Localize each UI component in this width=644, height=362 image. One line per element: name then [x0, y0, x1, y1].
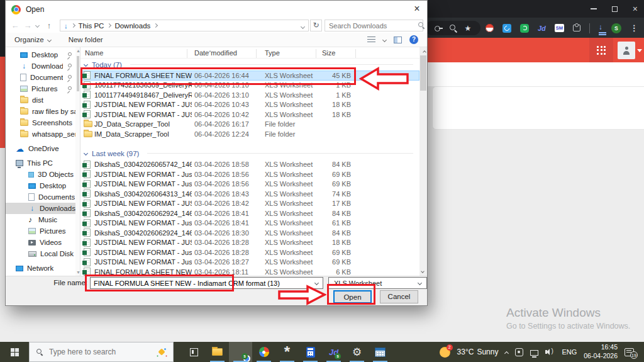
sidebar-scrollbar[interactable]: ▲▼ [75, 47, 80, 276]
taskbar-chrome[interactable]: s [229, 342, 252, 362]
sidebar-item-3d-objects[interactable]: 3D Objects [6, 169, 75, 180]
download-icon[interactable]: ↓ [599, 23, 602, 33]
file-row[interactable]: DikshaS_03042026062924_1462059 03-04-202… [80, 228, 419, 238]
file-row[interactable]: JD_Data_Scrapper_Tool 06-04-2026 16:17 F… [80, 120, 419, 130]
profile-icon[interactable]: S [611, 23, 621, 33]
column-date-modified[interactable]: Date modified [194, 49, 237, 57]
extension-red-icon[interactable] [486, 24, 494, 32]
zoom-icon[interactable] [450, 25, 457, 32]
taskbar-search[interactable] [29, 342, 174, 362]
minimize-icon[interactable] [591, 8, 597, 9]
sidebar-item-videos[interactable]: Videos [6, 237, 75, 248]
file-row[interactable]: JUSTDIAL NEW FORMAT - JUSTDI... 03-04-20… [80, 238, 419, 248]
sidebar-item-raw-files-by-sanj[interactable]: raw files by sanj [6, 106, 75, 117]
file-row[interactable]: JUSTDIAL NEW FORMAT - JUSTDI... 03-04-20… [80, 199, 419, 209]
search-box[interactable] [325, 20, 423, 31]
taskbar-task-view[interactable] [182, 342, 206, 362]
taskbar-excel[interactable] [369, 342, 392, 362]
maximize-icon[interactable] [612, 6, 618, 12]
file-row[interactable]: JUSTDIAL NEW FORMAT - Justdial... 03-04-… [80, 247, 419, 257]
sidebar-item-local-disk-c[interactable]: Local Disk (C:) [6, 248, 75, 259]
chat-icon[interactable] [520, 24, 529, 33]
taskbar-search-input[interactable] [49, 348, 152, 356]
file-list-scrollbar[interactable] [419, 47, 427, 276]
search-input[interactable] [329, 22, 418, 30]
sidebar-item-downloads[interactable]: Downloads [6, 203, 75, 214]
sidebar-item-pictures[interactable]: Pictures [6, 225, 75, 237]
password-key-icon[interactable] [435, 24, 443, 32]
view-list-icon[interactable] [367, 37, 375, 43]
file-row[interactable]: JUSTDIAL NEW FORMAT - Justdial... 03-04-… [80, 257, 419, 268]
breadcrumb-downloads[interactable]: Downloads [114, 22, 150, 30]
sidebar-item-whatsapp-sende[interactable]: whatsapp_sende [6, 128, 75, 140]
taskbar-calculator[interactable] [299, 342, 322, 362]
taskbar-settings[interactable]: ⚙ [345, 342, 369, 362]
volume-icon[interactable]: ) [545, 348, 555, 356]
column-size[interactable]: Size [322, 49, 335, 57]
dialog-close-icon[interactable]: × [407, 1, 427, 18]
bookmark-star-icon[interactable]: ★ [465, 25, 472, 32]
avatar-caret-icon[interactable] [637, 49, 642, 52]
tray-overflow-icon[interactable] [505, 346, 508, 358]
weather-icon[interactable]: 2 [440, 347, 450, 358]
justdial-icon[interactable]: Jd [538, 25, 546, 32]
weather-text[interactable]: 33°C Sunny [457, 348, 499, 356]
column-type[interactable]: Type [265, 49, 280, 57]
taskbar-chatgpt[interactable]: * [275, 342, 299, 362]
notification-icon[interactable]: 19 [625, 348, 634, 356]
up-icon[interactable]: ↑ [43, 18, 55, 33]
copilot-spark-icon[interactable] [158, 349, 165, 356]
cancel-button[interactable]: Cancel [380, 290, 418, 303]
menu-icon[interactable]: ⋮ [630, 23, 638, 33]
sidebar-item-this-pc[interactable]: This PC [6, 157, 75, 169]
dialog-titlebar[interactable]: Open × [6, 1, 427, 18]
sidebar-item-onedrive[interactable]: OneDrive [6, 143, 75, 154]
breadcrumb[interactable]: ↓ This PC Downloads [60, 20, 309, 31]
file-row[interactable]: JUSTDIAL NEW FORMAT - Justdial... 03-04-… [80, 218, 419, 229]
network-icon[interactable] [530, 350, 538, 356]
sidebar-item-desktop[interactable]: Desktop [6, 180, 75, 191]
address-dropdown-icon[interactable] [301, 22, 304, 30]
close-icon[interactable]: × [633, 4, 638, 13]
language-indicator[interactable]: ENG [562, 348, 577, 356]
organize-button[interactable]: Organize [14, 36, 51, 43]
sidebar-item-documents[interactable]: Documents [6, 72, 75, 83]
taskbar-justdial[interactable]: Jds [322, 342, 345, 362]
back-icon[interactable]: ← [9, 18, 21, 33]
file-row[interactable]: JUSTDIAL NEW FORMAT - Justdial... 03-04-… [80, 169, 419, 179]
file-row[interactable]: JUSTDIAL NEW FORMAT - JUSTDI... 06-04-20… [80, 100, 419, 110]
sidebar-item-pictures[interactable]: Pictures [6, 83, 75, 94]
breadcrumb-this-pc[interactable]: This PC [79, 22, 104, 30]
call-icon[interactable] [502, 24, 511, 33]
taskbar-file-explorer[interactable] [206, 342, 229, 362]
group-header-last-week-97[interactable]: Last week (97) [80, 139, 419, 160]
recent-locations-icon[interactable] [33, 18, 41, 33]
file-row[interactable]: DikshaS_03042026064313_1462136 03-04-202… [80, 189, 419, 199]
new-folder-button[interactable]: New folder [69, 36, 103, 43]
extensions-puzzle-icon[interactable] [573, 25, 580, 31]
sidebar-item-downloads[interactable]: Downloads [6, 60, 75, 72]
preview-pane-icon[interactable] [394, 37, 402, 43]
start-button[interactable] [0, 342, 29, 362]
avatar[interactable] [618, 42, 635, 59]
sidebar-item-desktop[interactable]: Desktop [6, 49, 75, 60]
view-dropdown-icon[interactable] [382, 37, 387, 42]
app-grid-slot[interactable] [589, 38, 613, 62]
help-icon[interactable]: ? [409, 35, 418, 44]
taskbar-photos[interactable] [252, 342, 275, 362]
teams-icon[interactable] [515, 348, 523, 356]
clock[interactable]: 16:45 06-04-2026 [584, 343, 618, 360]
sidebar-item-music[interactable]: Music [6, 214, 75, 225]
file-row[interactable]: DikshaS_03042026062924_1462059 ... 03-04… [80, 208, 419, 218]
forward-icon[interactable]: → [22, 18, 33, 33]
sidebar-item-dist[interactable]: dist [6, 94, 75, 106]
column-name[interactable]: Name [85, 49, 103, 57]
file-row[interactable]: JUSTDIAL NEW FORMAT - Justdial... 03-04-… [80, 179, 419, 189]
sidebar-item-screenshots[interactable]: Screenshots [6, 117, 75, 128]
file-row[interactable]: DikshaS_03042026065742_1462160 03-04-202… [80, 160, 419, 170]
sidebar-item-documents[interactable]: Documents [6, 191, 75, 203]
sidebar-item-network[interactable]: Network [6, 263, 75, 274]
sm-badge-icon[interactable]: SM [555, 24, 564, 32]
refresh-button[interactable]: ↻ [310, 20, 322, 31]
file-row[interactable]: JUSTDIAL NEW FORMAT - JUSTDI... 06-04-20… [80, 110, 419, 120]
